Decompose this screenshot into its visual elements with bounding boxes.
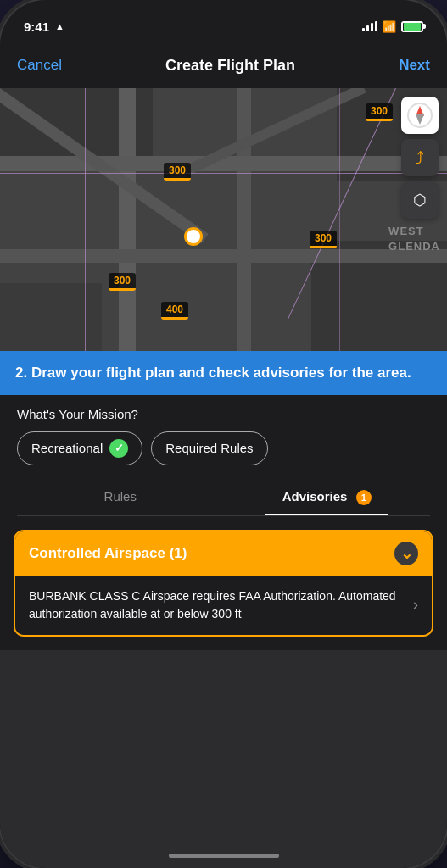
tab-rules[interactable]: Rules: [17, 479, 224, 515]
airspace-grid-line: [0, 173, 447, 174]
tabs-container: Rules Advisories 1: [17, 479, 430, 516]
page-title: Create Flight Plan: [165, 57, 295, 75]
tab-advisories[interactable]: Advisories 1: [224, 479, 431, 515]
compass-button[interactable]: [401, 97, 439, 134]
road-vertical: [237, 88, 251, 351]
nav-bar: Cancel Create Flight Plan Next: [0, 42, 447, 88]
terrain-patch: [0, 283, 102, 351]
status-bar: 9:41 ▲ 📶: [0, 0, 447, 42]
content-area: Controlled Airspace (1) ⌄ BURBANK CLASS …: [0, 516, 447, 650]
recreational-button[interactable]: Recreational ✓: [17, 431, 142, 465]
time-display: 9:41: [24, 19, 49, 34]
tab-advisories-label: Advisories: [282, 489, 348, 504]
info-text: 2. Draw your flight plan and check advis…: [15, 363, 432, 383]
advisories-badge: 1: [356, 490, 372, 505]
airspace-grid-line: [0, 275, 447, 275]
altitude-label: 400: [161, 302, 188, 320]
airspace-title: Controlled Airspace (1): [29, 545, 187, 562]
map-area[interactable]: 300 300 300 400 WESTGLENDA: [0, 88, 447, 351]
road-horizontal: [0, 249, 447, 263]
status-icons: 📶: [362, 20, 423, 33]
altitude-side-label: 300: [366, 103, 393, 121]
tab-rules-label: Rules: [104, 489, 137, 504]
airspace-description: BURBANK CLASS C Airspace requires FAA Au…: [29, 587, 413, 623]
check-icon: ✓: [109, 439, 128, 458]
airspace-chevron-icon[interactable]: ⌄: [394, 542, 418, 565]
airspace-body[interactable]: BURBANK CLASS C Airspace requires FAA Au…: [15, 576, 432, 635]
airspace-card[interactable]: Controlled Airspace (1) ⌄ BURBANK CLASS …: [14, 530, 433, 637]
info-banner: 2. Draw your flight plan and check advis…: [0, 351, 447, 395]
map-controls: ⤴ ⬡: [401, 97, 439, 219]
status-time: 9:41 ▲: [24, 19, 64, 34]
view-mode-button[interactable]: ⬡: [401, 181, 439, 219]
map-view-icon: ⬡: [413, 191, 427, 209]
next-button[interactable]: Next: [399, 57, 430, 74]
cancel-button[interactable]: Cancel: [17, 57, 62, 74]
route-icon: ⤴: [416, 148, 424, 168]
draw-route-button[interactable]: ⤴: [401, 139, 439, 176]
home-indicator: [169, 854, 279, 858]
airspace-grid-line: [339, 88, 340, 351]
airspace-grid-line: [85, 88, 86, 351]
battery-icon: [401, 21, 423, 32]
required-rules-button[interactable]: Required Rules: [151, 431, 267, 465]
altitude-label: 300: [109, 273, 136, 291]
map-label: WESTGLENDA: [388, 224, 440, 254]
required-rules-label: Required Rules: [165, 441, 253, 455]
mission-buttons: Recreational ✓ Required Rules: [17, 431, 430, 465]
altitude-label: 300: [310, 231, 337, 248]
phone-screen: 9:41 ▲ 📶 Cancel Create Flight Plan Ne: [0, 0, 447, 868]
signal-icon: [362, 21, 377, 31]
road-vertical: [119, 88, 136, 351]
mission-section: What's Your Mission? Recreational ✓ Requ…: [0, 395, 447, 516]
altitude-label: 300: [164, 163, 191, 181]
phone-frame: 9:41 ▲ 📶 Cancel Create Flight Plan Ne: [0, 0, 447, 868]
recreational-label: Recreational: [31, 441, 103, 455]
location-icon: ▲: [55, 21, 64, 31]
airspace-grid-line: [221, 88, 221, 351]
location-pin: [184, 227, 203, 246]
mission-label: What's Your Mission?: [17, 407, 430, 421]
wifi-icon: 📶: [383, 20, 396, 33]
airspace-header[interactable]: Controlled Airspace (1) ⌄: [15, 531, 432, 576]
arrow-right-icon: ›: [413, 596, 418, 614]
